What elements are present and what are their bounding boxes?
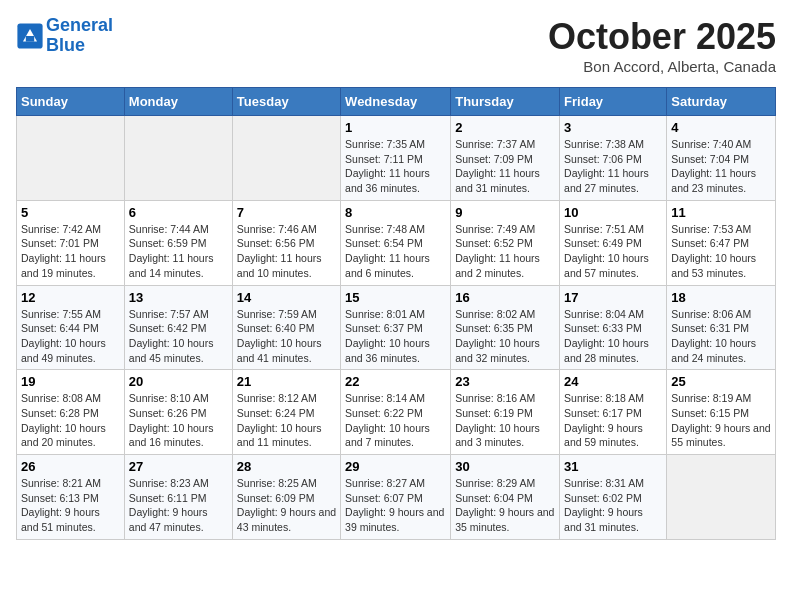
calendar-week-row: 5Sunrise: 7:42 AMSunset: 7:01 PMDaylight… (17, 200, 776, 285)
day-number: 3 (564, 120, 662, 135)
day-number: 15 (345, 290, 446, 305)
calendar-cell: 10Sunrise: 7:51 AMSunset: 6:49 PMDayligh… (560, 200, 667, 285)
day-info: Sunrise: 7:44 AMSunset: 6:59 PMDaylight:… (129, 222, 228, 281)
header-saturday: Saturday (667, 88, 776, 116)
calendar-week-row: 1Sunrise: 7:35 AMSunset: 7:11 PMDaylight… (17, 116, 776, 201)
day-number: 5 (21, 205, 120, 220)
day-info: Sunrise: 7:46 AMSunset: 6:56 PMDaylight:… (237, 222, 336, 281)
header-friday: Friday (560, 88, 667, 116)
day-number: 2 (455, 120, 555, 135)
day-info: Sunrise: 8:31 AMSunset: 6:02 PMDaylight:… (564, 476, 662, 535)
day-number: 27 (129, 459, 228, 474)
day-info: Sunrise: 7:42 AMSunset: 7:01 PMDaylight:… (21, 222, 120, 281)
day-number: 8 (345, 205, 446, 220)
day-info: Sunrise: 8:16 AMSunset: 6:19 PMDaylight:… (455, 391, 555, 450)
header-monday: Monday (124, 88, 232, 116)
day-info: Sunrise: 8:12 AMSunset: 6:24 PMDaylight:… (237, 391, 336, 450)
calendar-cell: 27Sunrise: 8:23 AMSunset: 6:11 PMDayligh… (124, 455, 232, 540)
day-number: 12 (21, 290, 120, 305)
calendar-cell: 5Sunrise: 7:42 AMSunset: 7:01 PMDaylight… (17, 200, 125, 285)
calendar-cell: 7Sunrise: 7:46 AMSunset: 6:56 PMDaylight… (232, 200, 340, 285)
day-number: 30 (455, 459, 555, 474)
day-number: 25 (671, 374, 771, 389)
logo: General Blue (16, 16, 113, 56)
day-info: Sunrise: 8:10 AMSunset: 6:26 PMDaylight:… (129, 391, 228, 450)
calendar-cell: 30Sunrise: 8:29 AMSunset: 6:04 PMDayligh… (451, 455, 560, 540)
logo-icon (16, 22, 44, 50)
day-info: Sunrise: 8:14 AMSunset: 6:22 PMDaylight:… (345, 391, 446, 450)
day-number: 11 (671, 205, 771, 220)
day-info: Sunrise: 7:38 AMSunset: 7:06 PMDaylight:… (564, 137, 662, 196)
day-number: 17 (564, 290, 662, 305)
calendar-week-row: 19Sunrise: 8:08 AMSunset: 6:28 PMDayligh… (17, 370, 776, 455)
day-info: Sunrise: 8:23 AMSunset: 6:11 PMDaylight:… (129, 476, 228, 535)
calendar-cell: 4Sunrise: 7:40 AMSunset: 7:04 PMDaylight… (667, 116, 776, 201)
calendar-cell (667, 455, 776, 540)
header-wednesday: Wednesday (341, 88, 451, 116)
day-info: Sunrise: 8:08 AMSunset: 6:28 PMDaylight:… (21, 391, 120, 450)
calendar-week-row: 26Sunrise: 8:21 AMSunset: 6:13 PMDayligh… (17, 455, 776, 540)
day-number: 4 (671, 120, 771, 135)
calendar-cell: 23Sunrise: 8:16 AMSunset: 6:19 PMDayligh… (451, 370, 560, 455)
day-info: Sunrise: 8:19 AMSunset: 6:15 PMDaylight:… (671, 391, 771, 450)
month-title: October 2025 (548, 16, 776, 58)
calendar-cell: 15Sunrise: 8:01 AMSunset: 6:37 PMDayligh… (341, 285, 451, 370)
svg-rect-2 (26, 36, 34, 42)
location: Bon Accord, Alberta, Canada (548, 58, 776, 75)
calendar-cell: 31Sunrise: 8:31 AMSunset: 6:02 PMDayligh… (560, 455, 667, 540)
day-info: Sunrise: 8:06 AMSunset: 6:31 PMDaylight:… (671, 307, 771, 366)
calendar-cell: 29Sunrise: 8:27 AMSunset: 6:07 PMDayligh… (341, 455, 451, 540)
logo-text: General Blue (46, 16, 113, 56)
day-number: 26 (21, 459, 120, 474)
calendar-cell: 6Sunrise: 7:44 AMSunset: 6:59 PMDaylight… (124, 200, 232, 285)
day-info: Sunrise: 7:35 AMSunset: 7:11 PMDaylight:… (345, 137, 446, 196)
calendar-cell: 20Sunrise: 8:10 AMSunset: 6:26 PMDayligh… (124, 370, 232, 455)
day-info: Sunrise: 8:29 AMSunset: 6:04 PMDaylight:… (455, 476, 555, 535)
day-number: 13 (129, 290, 228, 305)
calendar-week-row: 12Sunrise: 7:55 AMSunset: 6:44 PMDayligh… (17, 285, 776, 370)
day-info: Sunrise: 7:48 AMSunset: 6:54 PMDaylight:… (345, 222, 446, 281)
calendar-cell: 21Sunrise: 8:12 AMSunset: 6:24 PMDayligh… (232, 370, 340, 455)
calendar-cell: 13Sunrise: 7:57 AMSunset: 6:42 PMDayligh… (124, 285, 232, 370)
day-number: 22 (345, 374, 446, 389)
day-info: Sunrise: 7:37 AMSunset: 7:09 PMDaylight:… (455, 137, 555, 196)
day-number: 10 (564, 205, 662, 220)
calendar-cell: 18Sunrise: 8:06 AMSunset: 6:31 PMDayligh… (667, 285, 776, 370)
day-info: Sunrise: 8:01 AMSunset: 6:37 PMDaylight:… (345, 307, 446, 366)
day-info: Sunrise: 8:27 AMSunset: 6:07 PMDaylight:… (345, 476, 446, 535)
calendar-cell: 17Sunrise: 8:04 AMSunset: 6:33 PMDayligh… (560, 285, 667, 370)
calendar-cell (17, 116, 125, 201)
day-info: Sunrise: 7:49 AMSunset: 6:52 PMDaylight:… (455, 222, 555, 281)
calendar-cell: 16Sunrise: 8:02 AMSunset: 6:35 PMDayligh… (451, 285, 560, 370)
day-info: Sunrise: 7:59 AMSunset: 6:40 PMDaylight:… (237, 307, 336, 366)
day-number: 1 (345, 120, 446, 135)
calendar-cell: 11Sunrise: 7:53 AMSunset: 6:47 PMDayligh… (667, 200, 776, 285)
calendar-cell: 22Sunrise: 8:14 AMSunset: 6:22 PMDayligh… (341, 370, 451, 455)
calendar-cell: 3Sunrise: 7:38 AMSunset: 7:06 PMDaylight… (560, 116, 667, 201)
day-number: 23 (455, 374, 555, 389)
day-number: 18 (671, 290, 771, 305)
day-number: 20 (129, 374, 228, 389)
page-header: General Blue October 2025 Bon Accord, Al… (16, 16, 776, 75)
calendar-cell: 19Sunrise: 8:08 AMSunset: 6:28 PMDayligh… (17, 370, 125, 455)
day-number: 24 (564, 374, 662, 389)
calendar-cell: 24Sunrise: 8:18 AMSunset: 6:17 PMDayligh… (560, 370, 667, 455)
day-info: Sunrise: 7:53 AMSunset: 6:47 PMDaylight:… (671, 222, 771, 281)
day-info: Sunrise: 7:40 AMSunset: 7:04 PMDaylight:… (671, 137, 771, 196)
header-thursday: Thursday (451, 88, 560, 116)
day-number: 31 (564, 459, 662, 474)
calendar-cell: 25Sunrise: 8:19 AMSunset: 6:15 PMDayligh… (667, 370, 776, 455)
calendar-cell: 12Sunrise: 7:55 AMSunset: 6:44 PMDayligh… (17, 285, 125, 370)
calendar-cell: 26Sunrise: 8:21 AMSunset: 6:13 PMDayligh… (17, 455, 125, 540)
day-number: 9 (455, 205, 555, 220)
day-info: Sunrise: 7:55 AMSunset: 6:44 PMDaylight:… (21, 307, 120, 366)
day-number: 7 (237, 205, 336, 220)
day-number: 21 (237, 374, 336, 389)
day-number: 14 (237, 290, 336, 305)
header-sunday: Sunday (17, 88, 125, 116)
day-number: 16 (455, 290, 555, 305)
calendar-cell (232, 116, 340, 201)
calendar-cell: 9Sunrise: 7:49 AMSunset: 6:52 PMDaylight… (451, 200, 560, 285)
day-number: 6 (129, 205, 228, 220)
calendar-header-row: SundayMondayTuesdayWednesdayThursdayFrid… (17, 88, 776, 116)
